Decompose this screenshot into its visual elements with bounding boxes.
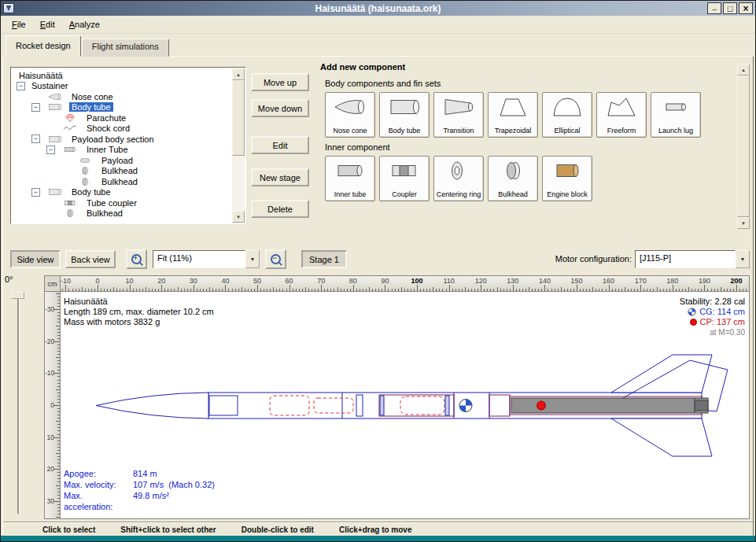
zoom-in-button[interactable] (126, 249, 147, 269)
h-tick (82, 287, 83, 291)
palette-elliptical-button[interactable]: Elliptical (542, 92, 592, 138)
tree-item-payload-body-section[interactable]: Payload body section (12, 134, 232, 145)
nose-cone-outline[interactable] (96, 393, 208, 418)
v-tick (57, 415, 60, 415)
design-canvas[interactable]: Haisunäätä Length 189 cm, max. diameter … (61, 292, 749, 518)
cp-icon (690, 319, 697, 326)
h-tick (602, 289, 603, 291)
palette-centering-ring-button[interactable]: Centering ring (433, 156, 484, 201)
h-tick (555, 289, 555, 291)
tree-item-parachute[interactable]: Parachute (12, 112, 232, 124)
scroll-down-icon[interactable] (232, 211, 245, 223)
tree-item-bulkhead[interactable]: Bulkhead (12, 166, 232, 177)
edit-button[interactable]: Edit (251, 136, 309, 154)
h-tick (363, 289, 363, 291)
maximize-button[interactable] (723, 2, 737, 14)
palette-scroll-thumb[interactable] (737, 76, 750, 217)
h-tick (315, 289, 315, 291)
move-down-button[interactable]: Move down (251, 99, 309, 117)
tree-expander-icon[interactable] (46, 146, 55, 154)
menu-item-edit[interactable]: Edit (33, 17, 62, 32)
tree-item-bulkhead[interactable]: Bulkhead (12, 176, 232, 187)
palette-transition-button[interactable]: Transition (433, 92, 484, 138)
chevron-down-icon[interactable] (245, 250, 260, 268)
tree-scrollbar[interactable] (232, 68, 245, 223)
v-tick (57, 354, 60, 355)
motor-configuration-select[interactable]: [J115-P] (635, 250, 750, 268)
palette-trapezoidal-button[interactable]: Trapezoidal (488, 92, 538, 138)
tree-item-payload[interactable]: Payload (12, 155, 232, 166)
tree-expander-icon[interactable] (17, 82, 25, 90)
move-up-button[interactable]: Move up (251, 73, 309, 91)
palette-coupler-button[interactable]: Coupler (379, 156, 430, 201)
tree-item-tube-coupler[interactable]: Tube coupler (12, 197, 232, 208)
delete-button[interactable]: Delete (251, 200, 309, 218)
bulkhead-rear[interactable] (445, 396, 449, 415)
h-ruler-label: 20 (150, 277, 172, 285)
fin-bottom[interactable] (611, 418, 712, 456)
h-tick (589, 289, 590, 291)
tab-flight-simulations[interactable]: Flight simulations (82, 39, 169, 57)
menu-item-analyze[interactable]: Analyze (62, 17, 107, 32)
tree-scroll-track[interactable] (232, 80, 245, 211)
stage-1-button[interactable]: Stage 1 (301, 250, 347, 268)
scroll-down-icon[interactable] (737, 217, 750, 229)
tree-item-shock-cord[interactable]: Shock cord (12, 124, 232, 135)
tab-rocket-design[interactable]: Rocket design (6, 35, 81, 57)
h-tick (541, 289, 542, 291)
back-view-button[interactable]: Back view (65, 250, 116, 268)
h-tick (337, 287, 338, 291)
tree-item-sustainer[interactable]: Sustainer (12, 81, 232, 92)
tree-item-haisun-t[interactable]: Haisunäätä (12, 70, 232, 81)
v-tick (53, 437, 60, 438)
h-tick (130, 285, 131, 291)
zoom-out-icon (271, 254, 282, 265)
tree-item-bulkhead[interactable]: Bulkhead (12, 208, 232, 219)
palette-body-tube-button[interactable]: Body tube (379, 92, 430, 138)
component-tree[interactable]: HaisunäätäSustainerNose coneBody tubePar… (12, 68, 232, 223)
close-button[interactable] (739, 2, 753, 14)
tree-scroll-thumb[interactable] (232, 80, 245, 156)
palette-bulkhead-button[interactable]: Bulkhead (488, 156, 538, 201)
palette-freeform-button[interactable]: Freeform (596, 92, 647, 138)
h-tick (570, 289, 571, 291)
v-tick (57, 300, 60, 300)
new-stage-button[interactable]: New stage (251, 168, 309, 186)
tree-expander-icon[interactable] (31, 103, 40, 112)
tree-item-nose-cone[interactable]: Nose cone (12, 91, 232, 102)
h-tick (171, 289, 171, 291)
palette-scrollbar[interactable] (737, 64, 750, 229)
palette-inner-tube-button[interactable]: Inner tube (325, 156, 375, 201)
zoom-out-button[interactable] (265, 249, 286, 269)
h-tick (305, 287, 306, 291)
scroll-up-icon[interactable] (737, 64, 750, 76)
tree-item-inner-tube[interactable]: Inner Tube (12, 145, 232, 156)
rotation-slider-handle[interactable] (11, 292, 24, 299)
v-tick (53, 373, 60, 374)
palette-engine-block-button[interactable]: Engine block (542, 156, 592, 201)
h-tick (127, 289, 127, 291)
scroll-up-icon[interactable] (232, 68, 245, 80)
tree-expander-icon[interactable] (31, 135, 40, 143)
h-tick (650, 289, 651, 291)
zoom-level-select[interactable]: Fit (11%) (153, 250, 260, 268)
palette-button-label: Trapezoidal (495, 127, 532, 135)
minimize-button[interactable] (707, 2, 721, 14)
palette-launch-lug-button[interactable]: Launch lug (651, 92, 701, 138)
chevron-down-icon[interactable] (736, 250, 750, 268)
menu-item-file[interactable]: File (5, 17, 33, 32)
centering-ring-icon (441, 159, 476, 183)
palette-nose-cone-button[interactable]: Nose cone (325, 92, 375, 138)
bulkhead-front[interactable] (380, 396, 384, 415)
palette-scroll-track[interactable] (737, 76, 750, 217)
h-tick (730, 289, 731, 291)
tree-expander-icon[interactable] (31, 188, 40, 197)
rocket-info: Haisunäätä Length 189 cm, max. diameter … (64, 297, 214, 327)
tree-item-body-tube[interactable]: Body tube (12, 102, 232, 113)
fin-top[interactable] (611, 355, 712, 393)
tree-item-body-tube[interactable]: Body tube (12, 187, 232, 198)
title-bar[interactable]: Haisunäätä (haisunaata.ork) (1, 1, 755, 16)
side-view-button[interactable]: Side view (10, 250, 61, 268)
rotation-slider-track[interactable] (17, 293, 20, 514)
h-ruler-label: 140 (533, 277, 555, 285)
